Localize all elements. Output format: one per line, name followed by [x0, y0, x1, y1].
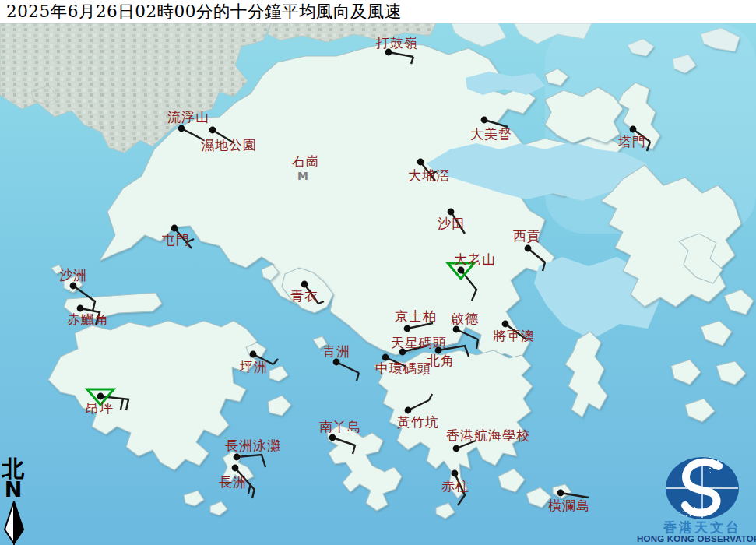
station-label: 中環碼頭	[375, 360, 431, 376]
station-label: 香港航海學校	[446, 427, 530, 443]
station-dot	[502, 321, 509, 328]
station-dot	[232, 465, 239, 472]
station-label: 大埔滘	[408, 167, 450, 183]
station-dot	[70, 283, 77, 290]
station-dot	[417, 159, 424, 166]
station-label: 坪洲	[240, 359, 268, 374]
station-dot	[453, 445, 460, 452]
station-dot	[250, 351, 257, 358]
station-label: 石崗	[292, 153, 320, 169]
station-label: 啟德	[451, 311, 479, 326]
hko-name-zh: 香港天文台	[663, 519, 741, 535]
north-indicator: 北 N	[2, 455, 25, 543]
station-label: 沙洲	[59, 267, 87, 283]
station-dot	[329, 434, 336, 441]
station-label: 打鼓嶺	[375, 35, 418, 51]
station-dot	[209, 127, 216, 134]
station-dot	[97, 393, 104, 400]
station-label: 昂坪	[86, 400, 114, 416]
station-label: 橫瀾島	[548, 498, 590, 513]
station-dot	[557, 490, 564, 497]
station-dot	[405, 407, 412, 414]
no-data-marker: M	[297, 170, 308, 182]
station-dot	[404, 325, 411, 332]
station-label: 京士柏	[395, 308, 437, 324]
station-label: 塔門	[617, 134, 646, 149]
station-dot	[458, 267, 465, 274]
station-dot	[525, 245, 532, 252]
north-letter-label: N	[5, 477, 23, 501]
station-dot	[333, 359, 340, 366]
station-label: 青衣	[290, 288, 318, 304]
station-dot	[453, 326, 460, 333]
station-dot	[234, 454, 241, 461]
station-label: 流浮山	[167, 109, 209, 125]
station-label: 大老山	[454, 251, 496, 267]
station-label: 赤鱲角	[67, 311, 109, 327]
map-title: 2025年6月26日02時00分的十分鐘平均風向及風速	[0, 0, 756, 23]
wu-kau-tang	[545, 87, 623, 143]
station-label: 青洲	[322, 343, 350, 359]
station-label: 西貢	[513, 228, 541, 244]
station-label: 赤柱	[441, 478, 469, 494]
station-dot	[171, 225, 178, 232]
station-label: 南丫島	[319, 419, 361, 434]
station-label: 大美督	[470, 126, 512, 142]
station-label: 黃竹坑	[397, 414, 439, 430]
station-label: 將軍澳	[493, 328, 535, 343]
station-label: 濕地公園	[201, 137, 257, 153]
hko-wind-map: 打鼓嶺流浮山濕地公園石崗M大美督塔門大埔滘沙田西貢屯門沙洲赤鱲角青衣青洲京士柏啟…	[0, 0, 756, 545]
station-label: 沙田	[438, 216, 466, 231]
station-dot	[452, 470, 459, 477]
station-dot	[301, 281, 308, 288]
station-dot	[481, 117, 488, 124]
station-dot	[630, 126, 637, 133]
station-dot	[448, 209, 455, 216]
station-label: 長洲泳灘	[225, 438, 281, 453]
station-label: 屯門	[162, 232, 190, 248]
station-label: 長洲	[219, 474, 247, 490]
station-dot	[178, 125, 185, 132]
station-label: 北角	[427, 353, 455, 368]
map-canvas: 打鼓嶺流浮山濕地公園石崗M大美督塔門大埔滘沙田西貢屯門沙洲赤鱲角青衣青洲京士柏啟…	[0, 0, 756, 545]
hko-name-en: HONG KONG OBSERVATORY	[637, 534, 756, 543]
